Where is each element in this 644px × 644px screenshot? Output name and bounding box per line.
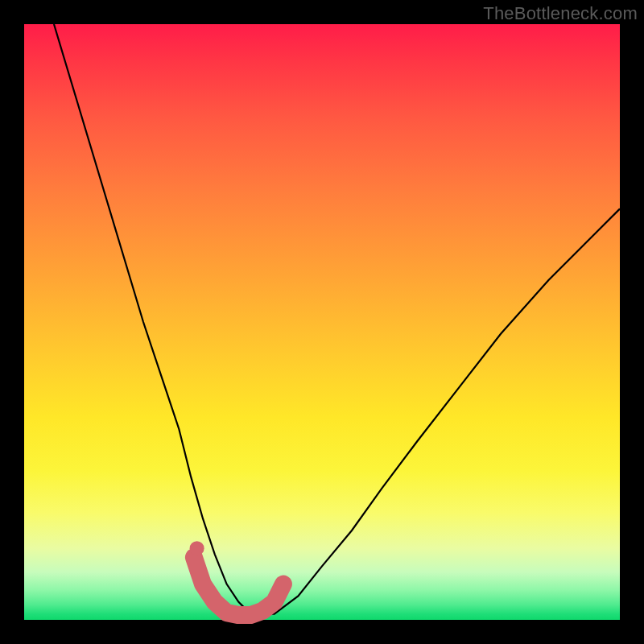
curve-layer bbox=[24, 24, 620, 620]
watermark-text: TheBottleneck.com bbox=[483, 3, 638, 24]
marker-dot bbox=[190, 541, 204, 555]
plot-area bbox=[24, 24, 620, 620]
chart-frame: TheBottleneck.com bbox=[0, 0, 644, 644]
bottleneck-curve bbox=[54, 24, 620, 614]
optimal-range-band bbox=[194, 557, 283, 615]
